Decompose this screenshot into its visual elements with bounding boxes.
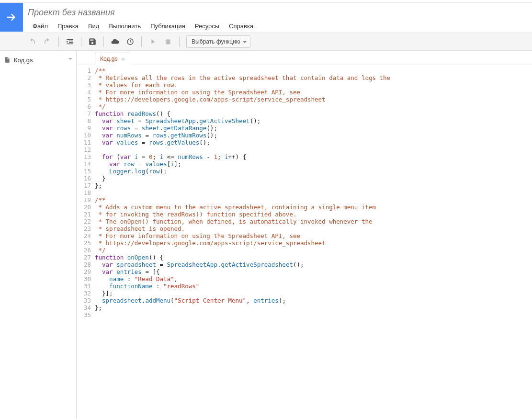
toolbar: Выбрать функцию — [0, 33, 532, 51]
play-icon — [149, 38, 157, 45]
line-number: 35 — [77, 311, 91, 318]
code-line[interactable]: */ — [95, 103, 532, 110]
line-number: 18 — [77, 189, 91, 196]
code-line[interactable]: * The onOpen() function, when defined, i… — [95, 218, 532, 225]
menu-item-ресурсы[interactable]: Ресурсы — [190, 21, 224, 33]
code-area[interactable]: /** * Retrieves all the rows in the acti… — [95, 67, 532, 419]
code-line[interactable]: name : "Read Data", — [95, 275, 532, 283]
code-line[interactable]: * Adds a custom menu to the active sprea… — [95, 204, 532, 211]
close-icon[interactable]: × — [121, 56, 125, 63]
debug-button[interactable] — [161, 35, 175, 48]
code-line[interactable]: function onOpen() { — [95, 254, 532, 261]
line-number: 7 — [77, 110, 91, 117]
line-number: 1 — [77, 67, 91, 74]
project-title[interactable]: Проект без названия — [28, 7, 527, 21]
code-line[interactable]: * For more information on using the Spre… — [95, 89, 532, 96]
editor-column: Код.gs × 1234567891011121314151617181920… — [77, 51, 532, 419]
editor-tab-label: Код.gs — [100, 56, 117, 62]
code-line[interactable]: for (var i = 0; i <= numRows - 1; i++) { — [95, 153, 532, 160]
save-button[interactable] — [85, 35, 100, 48]
code-line[interactable]: * spreadsheet is opened. — [95, 225, 532, 232]
code-line[interactable]: var values = rows.getValues(); — [95, 139, 532, 146]
line-number: 3 — [77, 81, 91, 89]
line-number: 21 — [77, 211, 91, 218]
line-number: 28 — [77, 261, 91, 268]
menu-item-справка[interactable]: Справка — [224, 21, 258, 33]
code-line[interactable]: /** — [95, 67, 532, 74]
code-line[interactable]: } — [95, 175, 532, 182]
cloud-icon — [111, 37, 119, 46]
line-number: 20 — [77, 204, 91, 211]
line-number: 22 — [77, 218, 91, 225]
code-line[interactable] — [95, 311, 532, 318]
clock-icon — [126, 37, 135, 46]
undo-button[interactable] — [25, 35, 39, 48]
chevron-down-icon[interactable] — [68, 58, 72, 62]
code-line[interactable]: }; — [95, 182, 532, 189]
line-number: 15 — [77, 168, 91, 175]
code-line[interactable]: * Retrieves all the rows in the active s… — [95, 74, 532, 81]
code-line[interactable]: spreadsheet.addMenu("Script Center Menu"… — [95, 297, 532, 304]
sidebar: Код.gs — [0, 51, 77, 419]
line-number: 29 — [77, 268, 91, 275]
menubar: ФайлПравкаВидВыполнитьПубликацияРесурсыС… — [28, 21, 527, 33]
line-number: 34 — [77, 304, 91, 311]
code-line[interactable]: * for invoking the readRows() function s… — [95, 211, 532, 218]
line-number: 19 — [77, 196, 91, 204]
code-line[interactable]: var numRows = rows.getNumRows(); — [95, 132, 532, 139]
code-line[interactable]: * https://developers.google.com/apps-scr… — [95, 96, 532, 103]
toolbar-separator — [58, 36, 59, 47]
body: Код.gs Код.gs × 123456789101112131415161… — [0, 51, 532, 419]
code-line[interactable]: functionName : "readRows" — [95, 283, 532, 290]
file-icon — [4, 56, 11, 64]
redo-button[interactable] — [40, 35, 55, 48]
indent-button[interactable] — [63, 35, 77, 48]
toolbar-separator — [141, 36, 142, 47]
line-gutter: 1234567891011121314151617181920212223242… — [77, 67, 95, 419]
deploy-button[interactable] — [108, 35, 122, 48]
code-line[interactable]: /** — [95, 196, 532, 204]
code-line[interactable]: var entries = [{ — [95, 268, 532, 275]
code-line[interactable]: * https://developers.google.com/apps-scr… — [95, 239, 532, 247]
menu-item-вид[interactable]: Вид — [83, 21, 104, 33]
code-line[interactable]: var sheet = SpreadsheetApp.getActiveShee… — [95, 117, 532, 125]
code-line[interactable]: Logger.log(row); — [95, 168, 532, 175]
code-line[interactable]: function readRows() { — [95, 110, 532, 117]
menu-item-файл[interactable]: Файл — [28, 21, 53, 33]
code-line[interactable]: * For more information on using the Spre… — [95, 232, 532, 239]
undo-icon — [28, 37, 36, 46]
line-number: 16 — [77, 175, 91, 182]
menu-item-публикация[interactable]: Публикация — [146, 21, 190, 33]
code-line[interactable]: }; — [95, 304, 532, 311]
line-number: 32 — [77, 290, 91, 297]
code-line[interactable]: */ — [95, 247, 532, 254]
code-line[interactable]: }]; — [95, 290, 532, 297]
menu-item-правка[interactable]: Правка — [53, 21, 83, 33]
header: Проект без названия ФайлПравкаВидВыполни… — [0, 3, 532, 33]
code-line[interactable]: * values for each row. — [95, 81, 532, 89]
function-select-label: Выбрать функцию — [192, 38, 240, 45]
triggers-button[interactable] — [123, 35, 137, 48]
line-number: 17 — [77, 182, 91, 189]
tab-row: Код.gs × — [77, 51, 532, 65]
code-line[interactable] — [95, 146, 532, 153]
line-number: 10 — [77, 132, 91, 139]
editor-tab[interactable]: Код.gs × — [95, 53, 130, 65]
line-number: 2 — [77, 74, 91, 81]
code-line[interactable]: var row = values[i]; — [95, 160, 532, 168]
sidebar-file-item[interactable]: Код.gs — [0, 54, 76, 66]
line-number: 26 — [77, 247, 91, 254]
line-number: 25 — [77, 239, 91, 247]
code-editor[interactable]: 1234567891011121314151617181920212223242… — [77, 65, 532, 419]
code-line[interactable] — [95, 189, 532, 196]
line-number: 23 — [77, 225, 91, 232]
run-button[interactable] — [146, 35, 160, 48]
line-number: 31 — [77, 283, 91, 290]
code-line[interactable]: var spreadsheet = SpreadsheetApp.getActi… — [95, 261, 532, 268]
app-logo[interactable] — [0, 3, 23, 32]
menu-item-выполнить[interactable]: Выполнить — [104, 21, 146, 33]
function-select[interactable]: Выбрать функцию — [186, 35, 250, 48]
sidebar-file-label: Код.gs — [14, 57, 33, 64]
code-line[interactable]: var rows = sheet.getDataRange(); — [95, 125, 532, 132]
line-number: 8 — [77, 117, 91, 125]
